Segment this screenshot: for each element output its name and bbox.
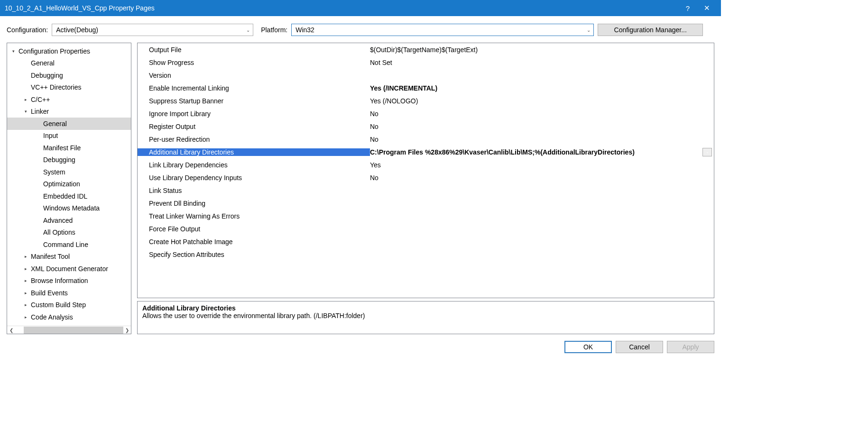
property-row[interactable]: Treat Linker Warning As Errors [138,210,714,222]
tree-item[interactable]: ▸General [7,57,131,70]
tree-item[interactable]: ▸Debugging [7,69,131,82]
property-row[interactable]: Link Library DependenciesYes [138,158,714,171]
property-row[interactable]: Output File$(OutDir)$(TargetName)$(Targe… [138,43,714,56]
titlebar: 10_10_2_A1_HelloWorld_VS_Cpp Property Pa… [0,0,721,16]
property-value[interactable]: Not Set [370,59,714,66]
apply-button: Apply [667,341,714,353]
property-value[interactable]: Yes (/NOLOGO) [370,97,714,105]
property-row[interactable]: Use Library Dependency InputsNo [138,171,714,184]
property-name: Version [138,72,370,79]
tree-item-label: Input [43,132,58,139]
expand-icon[interactable]: ▸ [22,302,29,307]
property-value[interactable]: No [370,123,714,130]
property-row[interactable]: Link Status [138,184,714,197]
property-row[interactable]: Enable Incremental LinkingYes (/INCREMEN… [138,82,714,94]
tree-item[interactable]: ▸Windows Metadata [7,202,131,215]
tree-item[interactable]: ▸Input [7,130,131,142]
expand-icon[interactable]: ▸ [22,266,29,271]
property-name: Link Library Dependencies [138,161,370,169]
tree-item[interactable]: ▸Command Line [7,238,131,251]
chevron-down-icon: ⌄ [587,27,591,33]
tree-item[interactable]: ▸Manifest Tool [7,251,131,263]
property-value[interactable]: No [370,110,714,118]
expand-icon[interactable]: ▸ [22,254,29,259]
tree-item[interactable]: ▸Debugging [7,154,131,166]
configuration-dropdown[interactable]: Active(Debug) ⌄ [52,24,253,36]
help-property-desc: Allows the user to override the environm… [142,312,709,319]
property-row[interactable]: Force File Output [138,222,714,235]
property-row[interactable]: Specify Section Attributes [138,248,714,261]
property-row[interactable]: Prevent Dll Binding [138,197,714,210]
tree-item[interactable]: ▸Embedded IDL [7,190,131,202]
tree-item[interactable]: ▸Optimization [7,178,131,191]
property-value[interactable]: $(OutDir)$(TargetName)$(TargetExt) [370,46,714,54]
tree-item-label: Command Line [43,241,88,248]
tree-item[interactable]: ▸System [7,166,131,178]
scroll-left-icon[interactable]: ❮ [7,326,15,334]
property-name: Ignore Import Library [138,110,370,118]
property-name: Suppress Startup Banner [138,97,370,105]
tree-item[interactable]: ▸Browse Information [7,275,131,287]
property-row[interactable]: Per-user RedirectionNo [138,133,714,146]
tree-item[interactable]: ▸All Options [7,227,131,239]
tree-item[interactable]: ▸General [7,118,131,130]
tree-item-label: Debugging [43,156,75,164]
tree-item[interactable]: ▸VC++ Directories [7,82,131,94]
tree-horizontal-scrollbar[interactable]: ❮ ❯ [7,326,131,334]
tree-item[interactable]: ▸Advanced [7,214,131,227]
tree-item[interactable]: ▾Linker [7,106,131,118]
collapse-icon[interactable]: ▾ [22,109,29,114]
content: ▾Configuration Properties▸General▸Debugg… [0,43,721,334]
tree-item-label: General [43,120,67,128]
close-icon[interactable]: ✕ [697,4,716,12]
expand-icon[interactable]: ▸ [22,315,29,319]
property-name: Force File Output [138,225,370,233]
cancel-button[interactable]: Cancel [616,341,663,353]
property-value[interactable]: No [370,174,714,182]
expand-icon[interactable]: ▸ [22,97,29,102]
help-property-name: Additional Library Directories [142,304,709,312]
platform-dropdown[interactable]: Win32 ⌄ [291,24,594,36]
property-name: Additional Library Directories [138,148,370,156]
footer: OK Cancel Apply [0,334,721,353]
property-row[interactable]: Additional Library DirectoriesC:\Program… [138,146,714,158]
property-row[interactable]: Version [138,69,714,82]
collapse-icon[interactable]: ▾ [10,49,17,54]
property-row[interactable]: Ignore Import LibraryNo [138,107,714,120]
property-grid: Output File$(OutDir)$(TargetName)$(Targe… [137,43,714,298]
tree-item[interactable]: ▾Configuration Properties [7,45,131,57]
scrollbar-thumb[interactable] [24,327,123,334]
property-row[interactable]: Create Hot Patchable Image [138,235,714,248]
tree-item[interactable]: ▸C/C++ [7,93,131,106]
property-name: Specify Section Attributes [138,251,370,258]
tree-item[interactable]: ▸Manifest File [7,142,131,154]
scroll-right-icon[interactable]: ❯ [123,326,131,334]
expand-icon[interactable]: ▸ [22,278,29,283]
tree-item-label: Linker [31,108,49,115]
config-label: Configuration: [7,26,48,34]
property-row[interactable]: Register OutputNo [138,120,714,133]
toolbar: Configuration: Active(Debug) ⌄ Platform:… [0,16,721,43]
tree-item[interactable]: ▸Custom Build Step [7,299,131,311]
property-row[interactable]: Suppress Startup BannerYes (/NOLOGO) [138,94,714,107]
help-icon[interactable]: ? [678,4,697,12]
ok-button[interactable]: OK [564,341,612,353]
tree-item[interactable]: ▸XML Document Generator [7,263,131,275]
configuration-manager-button[interactable]: Configuration Manager... [598,24,703,36]
property-row[interactable]: Show ProgressNot Set [138,56,714,69]
tree-item-label: General [31,59,55,67]
tree-item[interactable]: ▸Code Analysis [7,311,131,323]
expand-icon[interactable]: ▸ [22,291,29,295]
property-name: Prevent Dll Binding [138,200,370,207]
nav-tree: ▾Configuration Properties▸General▸Debugg… [7,43,131,334]
right-panel: Output File$(OutDir)$(TargetName)$(Targe… [137,43,714,334]
tree-item-label: All Options [43,228,75,236]
property-value[interactable]: Yes (/INCREMENTAL) [370,84,714,92]
tree-item[interactable]: ▸Build Events [7,287,131,299]
tree-item-label: C/C++ [31,96,50,103]
tree-item-label: Configuration Properties [18,47,90,55]
property-value[interactable]: Yes [370,161,714,169]
property-value[interactable]: C:\Program Files %28x86%29\Kvaser\Canlib… [370,148,702,156]
property-dropdown-button[interactable]: ⌄ [702,148,712,156]
property-value[interactable]: No [370,136,714,143]
